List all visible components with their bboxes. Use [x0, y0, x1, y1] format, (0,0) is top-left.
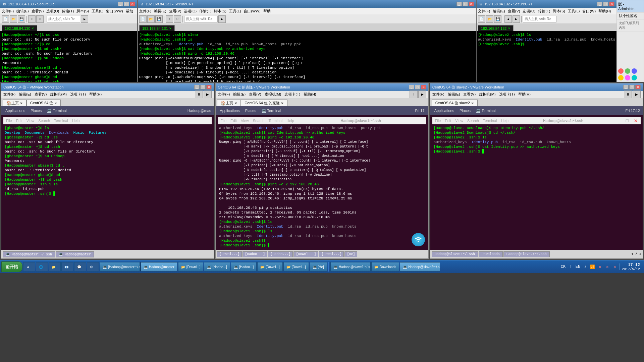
scrt-open-btn[interactable]: 📂	[10, 15, 17, 23]
quicklaunch-icon-4[interactable]: 📧	[61, 262, 73, 272]
vm-menu-vm[interactable]: 虚拟机(M)	[50, 92, 67, 97]
vm-taskbar-item-1[interactable]: 💻 Hadoop@master:~/.ssh	[3, 251, 55, 257]
scrt-more-btn-2[interactable]: ▶	[218, 15, 226, 23]
vm-tab-centos-close-2[interactable]: ✕	[281, 102, 284, 105]
applications-btn-1[interactable]: Applications	[4, 108, 26, 113]
scrt-save-btn[interactable]: 💾	[18, 15, 25, 23]
maximize-btn-2[interactable]: □	[463, 2, 468, 6]
scrt-terminal-1[interactable]: [Hadoop@master ~/]$ cd .ss bash: cd: .ss…	[0, 31, 137, 82]
taskbar-he[interactable]: 💻 [He]	[310, 262, 327, 272]
tray-sound-icon[interactable]: ♪	[583, 264, 588, 269]
scrt-save-btn-2[interactable]: 💾	[155, 15, 163, 23]
quicklaunch-icon-1[interactable]: 🖥	[23, 262, 35, 272]
scrt-menu-tools[interactable]: 工具(L)	[92, 9, 103, 14]
scrt-menu-edit-2[interactable]: 编辑(E)	[154, 9, 166, 14]
gt-edit[interactable]: Edit	[16, 119, 22, 123]
terminal-restore-3[interactable]: _	[618, 118, 621, 123]
gt-file-2[interactable]: File	[220, 119, 226, 123]
vm-taskbar-item-downl3[interactable]: [Downl...]	[319, 251, 344, 257]
vm-minimize-2[interactable]: _	[409, 85, 414, 89]
color-circle-cyan[interactable]	[632, 75, 637, 80]
tray-x3[interactable]: ✕	[612, 264, 618, 269]
scrt-menu-options-2[interactable]: 选项(O)	[184, 9, 197, 14]
gt-help-2[interactable]: Help	[286, 119, 294, 123]
scrt-menu-file-3[interactable]: 文件(F)	[478, 9, 490, 14]
terminal-maximize-3[interactable]: □	[626, 118, 629, 123]
scrt-menu-help[interactable]: 帮助	[126, 9, 133, 14]
gt-terminal-2[interactable]: Terminal	[269, 119, 283, 123]
vm-menu-file-3[interactable]: 文件(F)	[432, 92, 444, 97]
wifi-bubble[interactable]	[412, 233, 425, 246]
minimize-btn-2[interactable]: _	[457, 2, 462, 6]
color-circle-green[interactable]	[625, 68, 630, 74]
scrt-menu-transfer[interactable]: 传输(T)	[62, 9, 74, 14]
scrt-menu-edit[interactable]: 编辑(E)	[16, 9, 29, 14]
taskbar-downl3[interactable]: 📂 [Downl...]	[283, 262, 309, 272]
vm-ctrl-btn[interactable]: ⏸	[195, 90, 203, 99]
places-btn-1[interactable]: Places	[29, 108, 43, 113]
scrt-connect-btn-2[interactable]: ⚡	[166, 15, 173, 23]
minimize-btn-1[interactable]: _	[118, 2, 123, 6]
scrt-menu-file-2[interactable]: 文件(F)	[139, 9, 151, 14]
vm-taskbar-item-hadoo2[interactable]: [Hadoo...]	[268, 251, 293, 257]
scrt-new-btn-2[interactable]: 📄	[139, 15, 147, 23]
minimize-btn-3[interactable]: _	[597, 2, 602, 6]
taskbar-downl2[interactable]: 📂 [Downl...]	[257, 262, 283, 272]
scrt-new-btn[interactable]: 📄	[2, 15, 9, 23]
scrt-tab-close-1[interactable]: ✕	[32, 27, 34, 30]
vm-taskbar-item-downl1[interactable]: [Downl...]	[217, 251, 242, 257]
scrt-tab-active-2[interactable]: 192.168.84.131 ✕	[139, 25, 175, 31]
vm-maximize-2[interactable]: □	[415, 85, 420, 89]
gt-search-2[interactable]: Search	[253, 119, 265, 123]
vm-menu-edit-2[interactable]: 编辑(E)	[233, 92, 246, 97]
taskbar-hadoo1[interactable]: 💻 [Hadoo...]	[204, 262, 230, 272]
tray-network-icon[interactable]: 📶	[590, 264, 595, 269]
right-panel-item-1[interactable]: 认个性签名	[617, 12, 644, 20]
vm-tab-home-close[interactable]: ✕	[20, 102, 23, 105]
vm-menu-tabs[interactable]: 选项卡(T)	[70, 92, 86, 97]
scrt-menu-view-3[interactable]: 查看(V)	[508, 9, 520, 14]
clock[interactable]: 17:12 2017/5/12	[622, 263, 640, 271]
close-btn-2[interactable]: ✕	[469, 2, 474, 6]
vm-close-1[interactable]: ✕	[206, 85, 212, 89]
gt-help-3[interactable]: Help	[501, 119, 508, 123]
vm-minimize-1[interactable]: _	[194, 85, 200, 89]
places-btn-2[interactable]: Places	[244, 108, 258, 113]
gt-terminal[interactable]: Terminal	[54, 119, 68, 123]
vm-menu-help-3[interactable]: 帮助(H)	[518, 92, 531, 97]
scrt-menu-window[interactable]: 窗口(WW)	[106, 9, 123, 14]
scrt-menu-transfer-3[interactable]: 传输(T)	[538, 9, 550, 14]
taskbar-hadoo2[interactable]: 💻 [Hadoo...]	[231, 262, 257, 272]
vm-menu-edit[interactable]: 编辑(E)	[19, 92, 31, 97]
vm-tab-home-2[interactable]: 🏠 主页 ✕	[217, 100, 241, 106]
scrt-prev-btn-3[interactable]: ◀	[504, 15, 512, 23]
vm-taskbar-slave2-ssh[interactable]: Hadoop@slave2:~/.ssh	[503, 251, 550, 257]
gt-help[interactable]: Help	[72, 119, 80, 123]
vm-taskbar-slave1-ssh[interactable]: Hadoop@slave1:~/.ssh	[432, 251, 478, 257]
right-panel-item-2[interactable]: 龙的飞板系列内容	[617, 20, 644, 32]
vm-menu-tabs-2[interactable]: 选项卡(T)	[284, 92, 300, 97]
scrt-new-btn-3[interactable]: 📄	[478, 15, 485, 23]
tray-x1[interactable]: ✕	[597, 264, 603, 269]
gnome-terminal-1[interactable]: File Edit View Search Terminal Help [gba…	[1, 115, 214, 250]
vm-maximize-3[interactable]: □	[629, 85, 635, 89]
scrt-menu-options-3[interactable]: 选项(O)	[523, 9, 535, 14]
gt-search-3[interactable]: Search	[467, 119, 479, 123]
scrt-save-btn-3[interactable]: 💾	[494, 15, 501, 23]
vm-tab-centos-3[interactable]: CentOS 64 位 slave2 ✕	[432, 100, 478, 106]
vm-close-2[interactable]: ✕	[421, 85, 426, 89]
vm-tab-centos-close-3[interactable]: ✕	[471, 102, 474, 105]
color-circle-blue[interactable]	[632, 68, 637, 74]
maximize-btn-3[interactable]: □	[603, 2, 608, 6]
vm-menu-help-2[interactable]: 帮助(H)	[304, 92, 316, 97]
vm-menu-view-2[interactable]: 查看(V)	[249, 92, 261, 97]
vm-menu-tabs-3[interactable]: 选项卡(T)	[499, 92, 515, 97]
vm-taskbar-downloads[interactable]: Downloads	[479, 251, 503, 257]
tray-arrow-up[interactable]: ↑	[568, 264, 573, 269]
scrt-menu-file[interactable]: 文件(F)	[2, 9, 14, 14]
scrt-tab-close-3[interactable]: ✕	[508, 27, 511, 30]
scrt-menu-help-3[interactable]: 帮助(H)	[598, 9, 611, 14]
vm-menu-view-3[interactable]: 查看(V)	[463, 92, 476, 97]
vm-menu-help[interactable]: 帮助(H)	[89, 92, 102, 97]
vm-play-btn-3[interactable]: ▶	[633, 90, 641, 99]
